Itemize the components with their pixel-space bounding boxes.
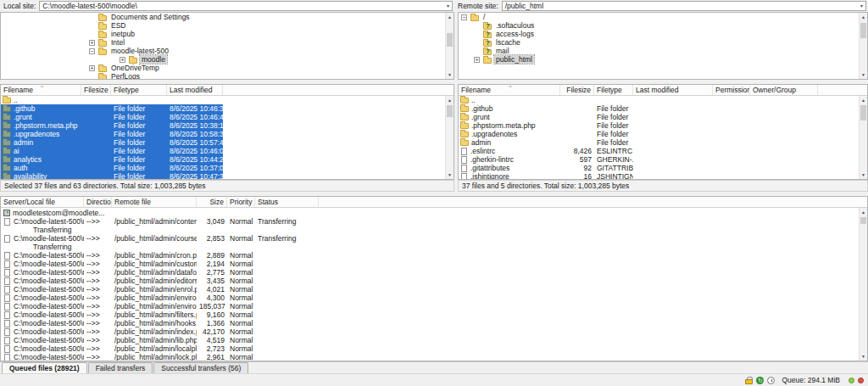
file-row-admin[interactable]: adminFile folder — [459, 138, 818, 147]
column-header-filename[interactable]: Filename^ — [1, 85, 81, 95]
queue-row[interactable]: C:\moodle-latest-500\mo...-->>/public_ht… — [1, 217, 859, 226]
remote-site-combo[interactable]: /public_html ▾ — [502, 1, 866, 11]
tree-item-item[interactable]: −/ — [459, 13, 859, 21]
queue-row[interactable]: C:\moodle-latest-500\mo...-->>/public_ht… — [1, 302, 859, 310]
scrollbar-down-icon[interactable]: ▼ — [446, 70, 453, 79]
file-row-upgradenotes[interactable]: .upgradenotesFile folder8/6/2025 10:58:3… — [1, 130, 223, 138]
scrollbar-thumb[interactable] — [860, 23, 866, 38]
expander-icon[interactable]: + — [89, 40, 95, 46]
local-tree-scrollbar[interactable]: ▲ ▼ — [445, 13, 453, 79]
scrollbar-up-icon[interactable]: ▲ — [446, 13, 453, 21]
file-row-eslintrc[interactable]: .eslintrc8,426ESLINTRC ... — [459, 147, 818, 155]
scrollbar-thumb[interactable] — [860, 217, 866, 224]
column-header-permissions[interactable]: Permissions — [713, 85, 750, 95]
scrollbar-down-icon[interactable]: ▼ — [446, 171, 453, 179]
queue-server-row[interactable]: moodletestcom@moodlete... — [1, 209, 859, 217]
file-row-ai[interactable]: aiFile folder8/6/2025 10:46:06 — [1, 147, 223, 155]
file-row-gitattributes[interactable]: .gitattributes92GITATTRIB... — [459, 164, 818, 172]
column-header-last-modified[interactable]: Last modified — [167, 85, 223, 95]
file-row-grunt[interactable]: .gruntFile folder — [459, 113, 818, 121]
queue-row[interactable]: C:\moodle-latest-500\mo...-->>/public_ht… — [1, 251, 859, 260]
file-row-gherkin-lintrc[interactable]: .gherkin-lintrc597GHERKIN-... — [459, 155, 818, 164]
column-header-priority[interactable]: Priority — [227, 197, 255, 207]
lock-icon[interactable] — [745, 379, 753, 384]
clock-icon[interactable] — [767, 377, 775, 384]
expander-icon[interactable]: − — [89, 48, 95, 54]
tree-item-moodle-latest-500[interactable]: −moodle-latest-500 — [1, 47, 445, 55]
scrollbar-thumb[interactable] — [860, 105, 866, 120]
tree-item-softaculous[interactable]: .softaculous — [459, 21, 859, 30]
chevron-down-icon[interactable]: ▾ — [860, 2, 863, 10]
tree-item-inetpub[interactable]: inetpub — [1, 30, 445, 38]
expander-icon[interactable]: + — [474, 57, 480, 63]
column-header-filetype[interactable]: Filetype — [111, 85, 167, 95]
column-header-direction[interactable]: Direction — [84, 197, 112, 207]
tree-item-esd[interactable]: ESD — [1, 21, 445, 30]
scrollbar-up-icon[interactable]: ▲ — [860, 208, 867, 216]
file-row-availability[interactable]: availabilityFile folder8/6/2025 10:47:38 — [1, 172, 223, 179]
file-row-phpstorm-meta-php[interactable]: .phpstorm.meta.phpFile folder8/6/2025 10… — [1, 121, 223, 130]
tree-item-mail[interactable]: mail — [459, 47, 859, 55]
column-header-filesize[interactable]: Filesize — [81, 85, 111, 95]
column-header-status[interactable]: Status — [255, 197, 319, 207]
tab-failed-transfers[interactable]: Failed transfers — [88, 362, 153, 373]
file-row-jshintignore[interactable]: .jshintignore16JSHINTIGN... — [459, 172, 818, 179]
file-row-item[interactable]: .. — [1, 96, 223, 104]
scrollbar-down-icon[interactable]: ▼ — [860, 352, 867, 361]
sync-icon[interactable]: ↻ — [756, 377, 764, 384]
tree-item-perflogs[interactable]: PerfLogs — [1, 72, 445, 79]
queue-row[interactable]: C:\moodle-latest-500\mo...-->>/public_ht… — [1, 336, 859, 344]
queue-row[interactable]: C:\moodle-latest-500\mo...-->>/public_ht… — [1, 260, 859, 268]
file-row-phpstorm-meta-php[interactable]: .phpstorm.meta.phpFile folder — [459, 121, 818, 130]
queue-row[interactable]: C:\moodle-latest-500\mo...-->>/public_ht… — [1, 353, 859, 361]
column-header-server-local-file[interactable]: Server/Local file — [1, 197, 84, 207]
queue-row[interactable]: C:\moodle-latest-500\mo...-->>/public_ht… — [1, 344, 859, 353]
remote-list-scrollbar[interactable]: ▲ ▼ — [859, 96, 867, 179]
queue-row[interactable]: C:\moodle-latest-500\mo...-->>/public_ht… — [1, 310, 859, 319]
scrollbar-down-icon[interactable]: ▼ — [860, 171, 867, 179]
queue-scrollbar[interactable]: ▲ ▼ — [859, 208, 867, 361]
scrollbar-thumb[interactable] — [447, 33, 453, 47]
file-row-analytics[interactable]: analyticsFile folder8/6/2025 10:44:28 — [1, 155, 223, 164]
tree-item-public-html[interactable]: +public_html — [459, 55, 859, 64]
file-row-item[interactable]: .. — [459, 96, 818, 104]
file-row-github[interactable]: .githubFile folder8/6/2025 10:46:30 — [1, 104, 223, 113]
column-header-owner-group[interactable]: Owner/Group — [750, 85, 818, 95]
local-list-scrollbar[interactable]: ▲ ▼ — [445, 96, 453, 179]
tree-item-moodle[interactable]: +moodle — [1, 55, 445, 64]
scrollbar-up-icon[interactable]: ▲ — [860, 13, 867, 21]
scrollbar-down-icon[interactable]: ▼ — [860, 70, 867, 79]
file-row-grunt[interactable]: .gruntFile folder8/6/2025 10:46:48 — [1, 113, 223, 121]
expander-icon[interactable]: − — [461, 14, 467, 20]
expander-icon[interactable]: + — [120, 57, 125, 63]
file-row-github[interactable]: .githubFile folder — [459, 104, 818, 113]
chevron-down-icon[interactable]: ▾ — [447, 2, 449, 10]
queue-row[interactable]: C:\moodle-latest-500\mo...-->>/public_ht… — [1, 294, 859, 302]
expander-icon[interactable]: + — [89, 65, 95, 71]
tree-item-lscache[interactable]: lscache — [459, 38, 859, 47]
queue-row[interactable]: C:\moodle-latest-500\mo...-->>/public_ht… — [1, 285, 859, 294]
column-header-size[interactable]: Size — [197, 197, 227, 207]
tab-queued-files[interactable]: Queued files (28921) — [2, 362, 87, 373]
column-header-filetype[interactable]: Filetype — [594, 85, 633, 95]
tab-successful-transfers[interactable]: Successful transfers (56) — [153, 362, 248, 373]
queue-row[interactable]: C:\moodle-latest-500\mo...-->>/public_ht… — [1, 277, 859, 285]
column-header-filename[interactable]: Filename^ — [459, 85, 560, 95]
tree-item-onedrivetemp[interactable]: +OneDriveTemp — [1, 64, 445, 72]
scrollbar-up-icon[interactable]: ▲ — [860, 96, 867, 104]
tree-item-intel[interactable]: +Intel — [1, 38, 445, 47]
queue-row[interactable]: C:\moodle-latest-500\mo...-->>/public_ht… — [1, 268, 859, 277]
local-site-combo[interactable]: C:\moodle-latest-500\moodle\ ▾ — [39, 1, 453, 11]
tree-item-access-logs[interactable]: access-logs — [459, 30, 859, 38]
queue-row[interactable]: C:\moodle-latest-500\mo...-->>/public_ht… — [1, 234, 859, 243]
column-header-last-modified[interactable]: Last modified — [633, 85, 713, 95]
tree-item-documents-and-settings[interactable]: Documents and Settings — [1, 13, 445, 21]
column-header-remote-file[interactable]: Remote file — [112, 197, 197, 207]
queue-row[interactable]: C:\moodle-latest-500\mo...-->>/public_ht… — [1, 319, 859, 327]
remote-tree-scrollbar[interactable]: ▲ ▼ — [859, 13, 867, 79]
file-row-upgradenotes[interactable]: .upgradenotesFile folder — [459, 130, 818, 138]
queue-row[interactable]: C:\moodle-latest-500\mo...-->>/public_ht… — [1, 327, 859, 336]
column-header-filesize[interactable]: Filesize — [560, 85, 594, 95]
scrollbar-up-icon[interactable]: ▲ — [446, 96, 453, 104]
file-row-auth[interactable]: authFile folder8/6/2025 10:37:03 — [1, 164, 223, 172]
